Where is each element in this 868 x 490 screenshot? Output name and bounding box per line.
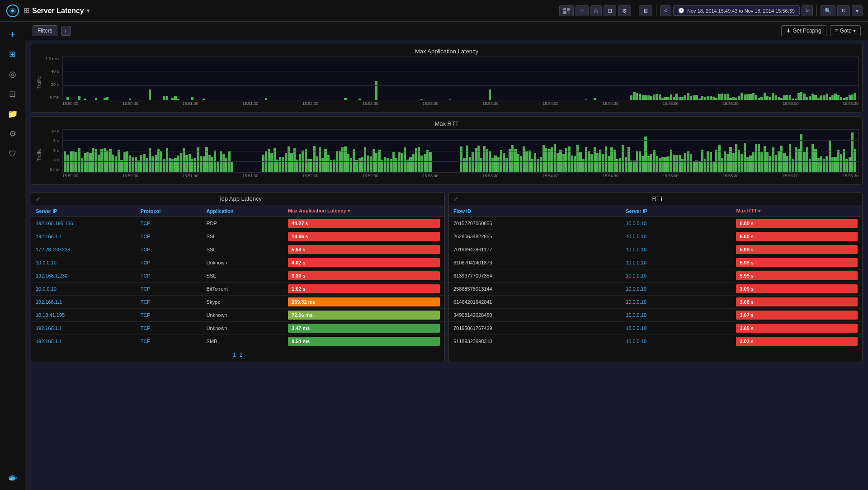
chart-bar [687,93,689,100]
title-chevron[interactable]: ▾ [87,8,90,14]
table-row: 61087041401873 10.0.0.10 5.99 s [449,256,862,269]
rtt-title: RTT [458,195,858,202]
sidebar-item-settings[interactable]: ⚙ [4,125,22,143]
goto-button[interactable]: ≡ Goto ▾ [830,25,861,36]
chart-bar [375,81,377,100]
col-max-latency[interactable]: Max Application Latency ▾ [283,205,444,217]
svg-text:+: + [567,11,570,14]
server-ip-link[interactable]: 172.28.190.238 [36,247,70,252]
time-range-display[interactable]: 🕐 Nov 18, 2014 15:49:43 to Nov 18, 2014 … [673,5,800,16]
latency-bar: 1.02 s [288,284,440,293]
rtt-server-ip-link[interactable]: 10.0.0.10 [626,260,646,265]
chart-bar [95,149,97,172]
sidebar-item-investigate[interactable]: ◎ [4,65,22,83]
chart-bar [741,93,743,100]
server-ip-link[interactable]: 192.168.1.1 [36,299,62,305]
add-dashboard-button[interactable]: + [559,5,574,16]
chart-bar [769,156,771,172]
protocol-link[interactable]: TCP [141,273,151,278]
main-layout: + ⊞ ◎ ⊡ 📁 ⚙ 🛡 🐟 Filters + ⬇ Get Pcapng ≡ [0,22,868,490]
col-max-rtt[interactable]: Max RTT ▾ [731,205,862,217]
chart-bar [104,148,106,172]
chart-bar [670,150,672,172]
table-row: 70196943861177 10.0.0.10 5.99 s [449,243,862,256]
rtt-server-ip-link[interactable]: 10.0.0.10 [626,234,646,239]
prev-time-button[interactable]: < [660,5,671,16]
star-button[interactable]: ☆ [576,5,589,16]
protocol-link[interactable]: TCP [141,234,151,239]
filters-button[interactable]: Filters [33,25,57,36]
rtt-server-ip-link[interactable]: 10.0.0.10 [626,339,646,344]
chart-bar [834,157,836,172]
get-pcapng-button[interactable]: ⬇ Get Pcapng [781,25,826,36]
rtt-server-ip-link[interactable]: 10.0.0.10 [626,312,646,318]
col-rtt-server-ip[interactable]: Server IP [621,205,731,217]
protocol-link[interactable]: TCP [141,339,151,344]
server-ip-link[interactable]: 192.168.1.1 [36,339,62,344]
page-2[interactable]: 2 [240,352,243,358]
search-button[interactable]: 🔍 [821,5,835,16]
chart-bar [313,146,315,172]
server-ip-link[interactable]: 10.13.41.195 [36,312,65,318]
server-ip-link[interactable]: 10.0.0.10 [36,260,57,265]
monitor-button[interactable]: 🖥 [639,5,652,16]
chart-bar [449,99,451,100]
sidebar-item-dashboard[interactable]: ⊞ [4,45,22,63]
settings-button[interactable]: ⚙ [618,5,631,16]
col-server-ip[interactable]: Server IP [31,205,136,217]
rtt-server-ip-link[interactable]: 10.0.0.10 [626,273,646,278]
chart-bar [86,152,89,172]
protocol-link[interactable]: TCP [141,221,151,226]
sidebar-item-fish[interactable]: 🐟 [4,468,22,486]
expand-rtt-icon[interactable]: ⤢ [453,196,458,202]
server-ip-link[interactable]: 192.168.195.166 [36,221,73,226]
divider2 [656,5,656,16]
cell-protocol: TCP [136,256,202,269]
chart-bar [679,97,681,100]
snapshot-button[interactable]: ⊡ [604,5,616,16]
col-protocol[interactable]: Protocol [136,205,202,217]
refresh-button[interactable]: ↻ [837,5,850,16]
rtt-server-ip-link[interactable]: 10.0.0.10 [626,325,646,331]
max-app-latency-chart: Max Application Latency Traffic 1.0 min … [31,44,863,113]
chart-bar [854,149,856,172]
chart-bar [670,94,672,100]
expand-top-app-latency-icon[interactable]: ⤢ [36,196,40,202]
add-filter-button[interactable]: + [61,26,71,36]
chart-bar [163,96,165,100]
next-time-button[interactable]: > [802,5,813,16]
svg-rect-5 [563,11,566,14]
sidebar-item-capture[interactable]: ⊡ [4,85,22,103]
protocol-link[interactable]: TCP [141,247,151,252]
chart-bar [630,160,632,172]
sidebar-item-files[interactable]: 📁 [4,105,22,123]
chart-bar [695,160,698,172]
rtt-server-ip-link[interactable]: 10.0.0.10 [626,247,646,252]
server-ip-link[interactable]: 192.168.1.1 [36,234,62,239]
cell-latency: 3.47 ms [283,322,444,335]
protocol-link[interactable]: TCP [141,312,151,318]
more-button[interactable]: ▾ [852,5,863,16]
rtt-server-ip-link[interactable]: 10.0.0.10 [626,221,646,226]
cell-protocol: TCP [136,230,202,243]
sidebar-item-security[interactable]: 🛡 [4,145,22,163]
chart-bar [509,149,511,172]
rtt-server-ip-link[interactable]: 10.0.0.10 [626,299,646,305]
col-flow-id[interactable]: Flow ID [449,205,621,217]
cell-flow-id: 70195861767429 [449,322,621,335]
chart-bar [639,94,641,100]
protocol-link[interactable]: TCP [141,325,151,331]
topbar: ⊞ Server Latency ▾ + ☆ ⎙ ⊡ ⚙ 🖥 < 🕐 Nov 1… [0,0,868,22]
server-ip-link[interactable]: 192.168.1.1 [36,325,62,331]
sidebar-item-add[interactable]: + [4,25,22,43]
share-button[interactable]: ⎙ [590,5,602,16]
protocol-link[interactable]: TCP [141,286,151,292]
rtt-server-ip-link[interactable]: 10.0.0.10 [626,286,646,292]
protocol-link[interactable]: TCP [141,299,151,305]
server-ip-link[interactable]: 10.0.0.10 [36,286,57,292]
server-ip-link[interactable]: 192.168.1.230 [36,273,67,278]
chart1-ylabel-1: 40 s [43,69,59,74]
page-1[interactable]: 1 [233,352,236,358]
col-application[interactable]: Application [202,205,283,217]
protocol-link[interactable]: TCP [141,260,151,265]
